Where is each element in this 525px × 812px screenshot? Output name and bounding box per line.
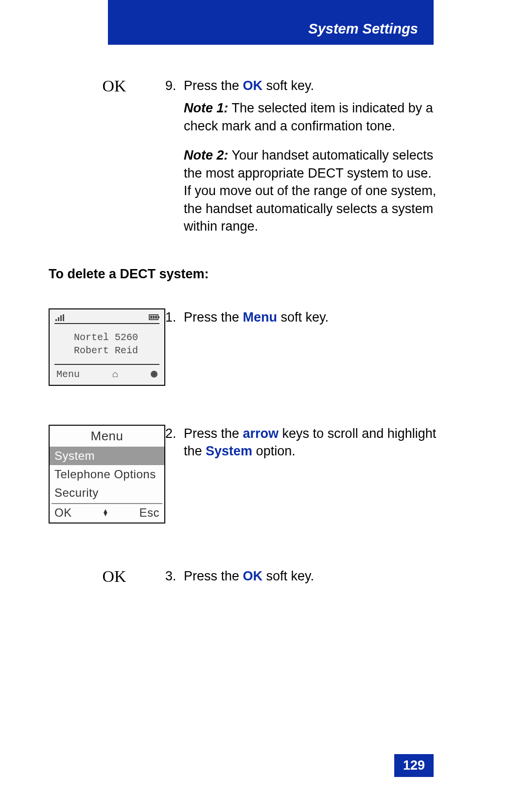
- contrast-icon: [151, 371, 158, 378]
- screen1-body: Nortel 5260 Robert Reid: [50, 324, 164, 364]
- step-2-left: Menu System Telephone Options Security O…: [49, 425, 165, 523]
- step-3-text: Press the OK soft key.: [184, 567, 438, 585]
- note-1: Note 1: The selected item is indicated b…: [184, 99, 438, 135]
- content-area: OK 9. Press the OK soft key. Note 1: The…: [49, 77, 438, 609]
- screen2-item-security: Security: [50, 484, 164, 502]
- step-1-number: 1.: [165, 308, 184, 326]
- book-icon: ⌂: [112, 369, 118, 380]
- note-1-label: Note 1:: [184, 101, 228, 115]
- step-1-text: Press the Menu soft key.: [184, 308, 438, 326]
- step-2-key1: arrow: [243, 426, 279, 441]
- step-9-text-before: Press the: [184, 78, 243, 93]
- screen1-line2: Robert Reid: [74, 344, 164, 357]
- updown-arrow-icon: ▲▼: [102, 509, 108, 516]
- screen2-softkey-left: OK: [54, 506, 72, 520]
- screen1-softkey-left: Menu: [56, 369, 80, 380]
- phone-screen-2: Menu System Telephone Options Security O…: [49, 425, 165, 523]
- step-2-line: 2. Press the arrow keys to scroll and hi…: [165, 425, 438, 460]
- step-1-row: Nortel 5260 Robert Reid Menu ⌂ 1. Press …: [49, 308, 438, 386]
- note-2-label: Note 2:: [184, 148, 228, 162]
- screen2-title: Menu: [50, 426, 164, 447]
- header-bar: System Settings: [108, 0, 434, 45]
- screen1-statusbar: [50, 309, 164, 323]
- step-2-row: Menu System Telephone Options Security O…: [49, 425, 438, 523]
- step-9-row: OK 9. Press the OK soft key. Note 1: The…: [49, 77, 438, 247]
- screen2-softkey-right: Esc: [139, 506, 159, 520]
- step-2-right: 2. Press the arrow keys to scroll and hi…: [165, 425, 438, 523]
- step-2-number: 2.: [165, 425, 184, 460]
- screen2-item-system: System: [50, 447, 164, 465]
- step-1-text-before: Press the: [184, 310, 243, 325]
- screen2-softkeys: OK ▲▼ Esc: [50, 504, 164, 523]
- battery-icon: [149, 314, 158, 320]
- step-9-number: 9.: [165, 77, 184, 94]
- step-9-key: OK: [243, 78, 263, 93]
- screen1-line1: Nortel 5260: [74, 331, 164, 344]
- step-3-number: 3.: [165, 567, 184, 585]
- step-9-left: OK: [49, 77, 165, 247]
- step-2-text-after: option.: [252, 444, 296, 458]
- step-2-key2: System: [206, 444, 252, 458]
- step-1-text-after: soft key.: [277, 310, 329, 325]
- header-title: System Settings: [308, 21, 418, 37]
- step-3-row: OK 3. Press the OK soft key.: [49, 567, 438, 590]
- step-2-text-before: Press the: [184, 426, 243, 441]
- signal-icon: [55, 314, 64, 321]
- screen1-softkeys: Menu ⌂: [50, 365, 164, 385]
- step-9-text: Press the OK soft key.: [184, 77, 438, 94]
- screen2-item-telephone-options: Telephone Options: [50, 465, 164, 484]
- section-heading: To delete a DECT system:: [49, 267, 438, 282]
- page-number: 129: [394, 754, 434, 777]
- step-9-text-after: soft key.: [262, 78, 314, 93]
- step-1-key: Menu: [243, 310, 278, 325]
- step-3-text-before: Press the: [184, 569, 243, 583]
- phone-screen-1: Nortel 5260 Robert Reid Menu ⌂: [49, 308, 165, 386]
- step-3-right: 3. Press the OK soft key.: [165, 567, 438, 590]
- step-3-left: OK: [49, 567, 165, 590]
- ok-softkey-label: OK: [78, 77, 151, 95]
- step-2-text: Press the arrow keys to scroll and highl…: [184, 425, 438, 460]
- step-3-key: OK: [243, 569, 263, 583]
- step-9-line: 9. Press the OK soft key.: [165, 77, 438, 94]
- step-1-line: 1. Press the Menu soft key.: [165, 308, 438, 326]
- step-1-left: Nortel 5260 Robert Reid Menu ⌂: [49, 308, 165, 386]
- step-3-line: 3. Press the OK soft key.: [165, 567, 438, 585]
- ok-softkey-label-2: OK: [78, 567, 151, 586]
- step-1-right: 1. Press the Menu soft key.: [165, 308, 438, 386]
- step-9-right: 9. Press the OK soft key. Note 1: The se…: [165, 77, 438, 247]
- step-3-text-after: soft key.: [262, 569, 314, 583]
- note-2: Note 2: Your handset automatically selec…: [184, 146, 438, 235]
